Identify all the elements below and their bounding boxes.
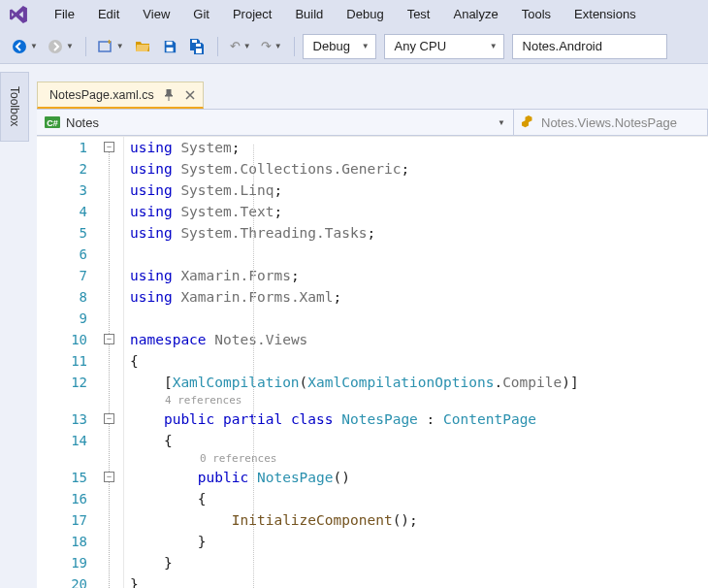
- code-line[interactable]: [130, 308, 708, 329]
- main-menu-bar: File Edit View Git Project Build Debug T…: [0, 0, 708, 29]
- svg-point-0: [13, 40, 26, 53]
- type-scope-label: Notes.Views.NotesPage: [541, 115, 677, 130]
- code-line[interactable]: using System.Text;: [130, 201, 708, 222]
- code-line[interactable]: {: [130, 430, 708, 451]
- platform-combo[interactable]: Any CPU▼: [384, 34, 504, 59]
- close-icon[interactable]: [185, 90, 195, 100]
- platform-label: Any CPU: [395, 39, 446, 53]
- codelens-references[interactable]: 4 references: [130, 393, 708, 408]
- nav-forward-button[interactable]: ▼: [44, 34, 78, 59]
- code-line[interactable]: using Xamarin.Forms.Xaml;: [130, 286, 708, 308]
- code-line[interactable]: {: [130, 488, 708, 509]
- configuration-combo[interactable]: Debug▼: [303, 34, 376, 59]
- open-file-button[interactable]: [130, 34, 155, 59]
- toolbox-label: Toolbox: [8, 86, 21, 126]
- svg-rect-7: [196, 49, 202, 53]
- redo-button[interactable]: ↷▼: [257, 34, 286, 59]
- code-line[interactable]: }: [130, 531, 708, 552]
- document-tab-label: NotesPage.xaml.cs: [49, 88, 154, 102]
- document-tab-strip: NotesPage.xaml.cs: [37, 82, 204, 109]
- code-line[interactable]: using System;: [130, 137, 708, 158]
- menu-test[interactable]: Test: [396, 0, 442, 29]
- new-project-button[interactable]: ▼: [94, 34, 128, 59]
- main-toolbar: ▼ ▼ ▼ ↶▼ ↷▼ Debug▼ Any CPU▼ Notes.Androi…: [0, 29, 708, 64]
- pin-icon[interactable]: [164, 89, 174, 101]
- toolbar-separator: [85, 37, 86, 56]
- toolbar-separator: [294, 37, 295, 56]
- code-line[interactable]: {: [130, 350, 708, 372]
- codelens-references[interactable]: 0 references: [130, 451, 708, 467]
- class-icon: [522, 115, 535, 129]
- save-button[interactable]: [157, 34, 182, 59]
- startup-project-label: Notes.Android: [523, 39, 602, 53]
- code-line[interactable]: public NotesPage(): [130, 467, 708, 488]
- code-body[interactable]: using System;using System.Collections.Ge…: [124, 137, 708, 588]
- toolbar-separator: [217, 37, 218, 56]
- indent-guide: [253, 145, 254, 588]
- line-number-gutter: 1234567891011121314151617181920: [37, 137, 97, 588]
- vs-logo-icon: [8, 4, 29, 25]
- configuration-label: Debug: [313, 39, 350, 53]
- type-scope-combo[interactable]: Notes.Views.NotesPage: [514, 110, 708, 135]
- menu-file[interactable]: File: [43, 0, 86, 29]
- fold-gutter[interactable]: − − − −: [97, 137, 124, 588]
- svg-rect-4: [166, 47, 173, 50]
- fold-toggle-icon[interactable]: −: [104, 334, 114, 344]
- fold-toggle-icon[interactable]: −: [104, 413, 114, 424]
- code-editor[interactable]: 💡 1234567891011121314151617181920 − − − …: [37, 136, 708, 588]
- code-line[interactable]: public partial class NotesPage : Content…: [130, 408, 708, 430]
- menu-tools[interactable]: Tools: [510, 0, 563, 29]
- menu-analyze[interactable]: Analyze: [441, 0, 509, 29]
- code-nav-bar: C# Notes ▼ Notes.Views.NotesPage: [37, 109, 708, 136]
- project-scope-label: Notes: [66, 115, 99, 130]
- code-line[interactable]: }: [130, 552, 708, 573]
- menu-extensions[interactable]: Extensions: [563, 0, 648, 29]
- chevron-down-icon: ▼: [498, 118, 505, 127]
- code-line[interactable]: }: [130, 573, 708, 588]
- fold-guide: [109, 145, 110, 588]
- svg-rect-3: [166, 41, 172, 45]
- startup-project-combo[interactable]: Notes.Android: [512, 34, 667, 59]
- undo-button[interactable]: ↶▼: [226, 34, 255, 59]
- svg-point-1: [48, 40, 62, 53]
- code-line[interactable]: using Xamarin.Forms;: [130, 265, 708, 286]
- menu-project[interactable]: Project: [221, 0, 283, 29]
- code-line[interactable]: using System.Collections.Generic;: [130, 158, 708, 180]
- svg-rect-6: [196, 44, 201, 47]
- fold-toggle-icon[interactable]: −: [104, 472, 114, 482]
- document-tab-active[interactable]: NotesPage.xaml.cs: [37, 82, 204, 109]
- nav-back-button[interactable]: ▼: [8, 34, 42, 59]
- save-all-button[interactable]: [184, 34, 209, 59]
- toolbox-tab[interactable]: Toolbox: [0, 72, 29, 142]
- menu-view[interactable]: View: [131, 0, 181, 29]
- code-line[interactable]: using System.Threading.Tasks;: [130, 222, 708, 244]
- code-line[interactable]: [130, 244, 708, 265]
- code-line[interactable]: InitializeComponent();: [130, 509, 708, 531]
- menu-edit[interactable]: Edit: [86, 0, 131, 29]
- menu-debug[interactable]: Debug: [335, 0, 395, 29]
- menu-git[interactable]: Git: [181, 0, 221, 29]
- csharp-project-icon: C#: [45, 114, 60, 130]
- fold-toggle-icon[interactable]: −: [104, 142, 114, 152]
- project-scope-combo[interactable]: C# Notes ▼: [37, 110, 514, 135]
- code-line[interactable]: [XamlCompilation(XamlCompilationOptions.…: [130, 372, 708, 393]
- code-line[interactable]: using System.Linq;: [130, 180, 708, 201]
- code-line[interactable]: namespace Notes.Views: [130, 329, 708, 350]
- menu-build[interactable]: Build: [283, 0, 335, 29]
- svg-rect-5: [192, 40, 197, 43]
- svg-text:C#: C#: [47, 118, 58, 128]
